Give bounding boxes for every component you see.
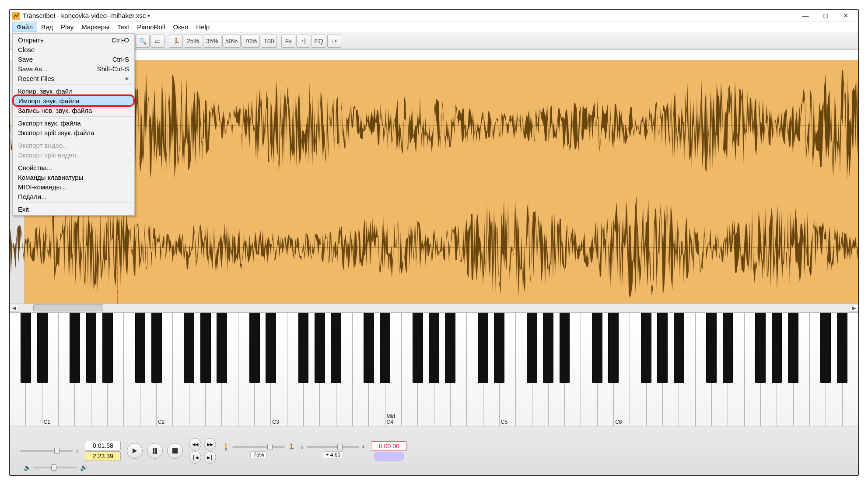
white-key[interactable] <box>59 313 75 426</box>
speed-100-button[interactable]: 100 <box>261 35 277 48</box>
menu-play[interactable]: Play <box>57 22 77 32</box>
file-menu-open[interactable]: ОткрытьCtrl-O <box>14 35 133 45</box>
skip-fwd-button[interactable]: ▶| <box>204 451 216 464</box>
white-key[interactable] <box>222 313 238 426</box>
white-key[interactable] <box>369 313 385 426</box>
white-key[interactable] <box>516 313 532 426</box>
white-key[interactable]: C6 <box>614 313 630 426</box>
close-button[interactable]: ✕ <box>836 10 856 21</box>
mute-icon[interactable]: 🔈 <box>24 464 31 471</box>
hscroll-track[interactable] <box>18 304 850 312</box>
file-menu-recent[interactable]: Recent Files▸ <box>14 73 133 83</box>
menu-window[interactable]: Окно <box>169 22 192 32</box>
file-menu-properties[interactable]: Свойства... <box>14 163 133 172</box>
file-menu-keyboard[interactable]: Команды клавиатуры <box>14 172 133 182</box>
timeline-ruler[interactable] <box>10 50 858 60</box>
white-key[interactable] <box>124 313 140 426</box>
white-key[interactable] <box>598 313 614 426</box>
zoom-fit-button[interactable]: ▭ <box>150 35 164 48</box>
white-key[interactable] <box>483 313 500 426</box>
white-key[interactable] <box>467 313 483 426</box>
white-key[interactable]: C1 <box>42 313 59 426</box>
maximize-button[interactable]: □ <box>816 10 836 21</box>
white-key[interactable] <box>238 313 255 426</box>
file-menu-saveas[interactable]: Save As...Shift-Ctrl-S <box>14 64 133 73</box>
speed-50-button[interactable]: 50% <box>222 35 241 48</box>
speed-25-button[interactable]: 25% <box>184 35 202 48</box>
fx-button[interactable]: Fx <box>281 35 295 48</box>
white-key[interactable] <box>565 313 581 426</box>
white-key[interactable] <box>712 313 728 426</box>
file-menu-record-new[interactable]: Запись нов. звук. файла <box>14 105 133 115</box>
white-key[interactable] <box>108 313 124 426</box>
menu-help[interactable]: Help <box>192 22 214 32</box>
file-menu-close[interactable]: Close <box>14 45 133 54</box>
file-menu-import-audio[interactable]: Импорт звук. файла <box>14 96 133 105</box>
hscroll-thumb[interactable] <box>33 304 103 311</box>
runner-icon[interactable]: 🏃 <box>169 35 183 48</box>
white-key[interactable] <box>826 313 842 426</box>
white-key[interactable] <box>140 313 157 426</box>
zoom-in-button[interactable]: 🔍 <box>136 35 150 48</box>
white-key[interactable] <box>647 313 663 426</box>
menu-markers[interactable]: Маркеры <box>77 22 113 32</box>
white-key[interactable]: C2 <box>157 313 173 426</box>
waveform-area[interactable] <box>10 60 858 304</box>
white-key[interactable] <box>189 313 206 426</box>
piano-keyboard[interactable]: C1C2C3MidC4C5C6 <box>10 312 858 426</box>
white-key[interactable] <box>434 313 451 426</box>
white-key[interactable] <box>173 313 189 426</box>
forward-button[interactable]: ▶▶ <box>204 438 216 450</box>
white-key[interactable] <box>287 313 304 426</box>
white-key[interactable] <box>630 313 646 426</box>
file-menu-export-audio[interactable]: Экспорт звук. файла <box>14 118 133 128</box>
white-key[interactable] <box>777 313 793 426</box>
volume-slider[interactable]: 🔈 🔊 <box>24 464 88 471</box>
white-key[interactable] <box>549 313 565 426</box>
white-key[interactable]: C3 <box>271 313 287 426</box>
white-key[interactable] <box>418 313 434 426</box>
white-key[interactable] <box>402 313 418 426</box>
file-menu-copy-audio[interactable]: Копир. звук. файл <box>14 86 133 96</box>
white-key[interactable] <box>581 313 597 426</box>
white-key[interactable] <box>532 313 549 426</box>
skip-back-button[interactable]: |◀ <box>189 451 201 464</box>
hscroll-right-arrow[interactable]: ▶ <box>850 304 858 312</box>
menu-pianoroll[interactable]: PianoRoll <box>133 22 169 32</box>
white-key[interactable] <box>10 313 26 426</box>
white-key[interactable] <box>336 313 353 426</box>
file-menu-exit[interactable]: Exit <box>14 204 133 214</box>
speed-35-button[interactable]: 35% <box>203 35 221 48</box>
play-button[interactable] <box>127 443 143 459</box>
rewind-button[interactable]: ◀◀ <box>189 438 201 450</box>
tuning-button[interactable]: ♭♯ <box>327 35 341 48</box>
menu-file[interactable]: Файл <box>12 22 37 32</box>
file-menu-save[interactable]: SaveCtrl-S <box>14 54 133 64</box>
white-key[interactable]: MidC4 <box>385 313 402 426</box>
white-key[interactable] <box>761 313 777 426</box>
white-key[interactable] <box>843 313 858 426</box>
stop-button[interactable] <box>167 443 183 459</box>
eq-button[interactable]: EQ <box>311 35 326 48</box>
zoom-slider[interactable]: − + <box>14 447 79 454</box>
white-key[interactable] <box>26 313 42 426</box>
speed-70-button[interactable]: 70% <box>242 35 260 48</box>
file-menu-pedals[interactable]: Педали... <box>14 192 133 201</box>
white-key[interactable] <box>745 313 761 426</box>
white-key[interactable] <box>304 313 320 426</box>
mono-button[interactable]: ➝| <box>296 35 310 48</box>
white-key[interactable] <box>794 313 810 426</box>
speed-slider[interactable]: 🚶 🏃 <box>222 443 295 450</box>
menu-view[interactable]: Вид <box>37 22 57 32</box>
white-key[interactable] <box>728 313 744 426</box>
file-menu-export-split-audio[interactable]: Экспорт split звук. файла <box>14 128 133 137</box>
white-key[interactable] <box>206 313 222 426</box>
white-key[interactable] <box>696 313 712 426</box>
white-key[interactable] <box>451 313 467 426</box>
white-key[interactable] <box>91 313 108 426</box>
white-key[interactable] <box>320 313 336 426</box>
pause-button[interactable] <box>147 443 163 459</box>
white-key[interactable] <box>810 313 826 426</box>
white-key[interactable] <box>663 313 679 426</box>
pitch-slider[interactable]: ♭ ♯ <box>301 443 365 450</box>
